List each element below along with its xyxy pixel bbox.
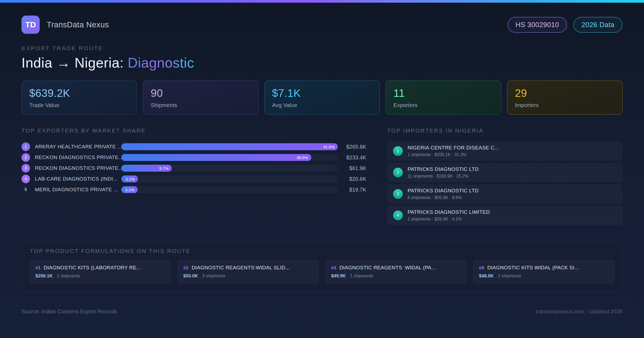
exporter-value: $19.7K <box>343 187 366 193</box>
importer-card[interactable]: 2 PATRICKS DIAGNOSTIC LTD 11 shipments ·… <box>387 163 623 182</box>
stat-label: Avg Value <box>272 102 372 108</box>
stat-card-trade-value: $639.2K Trade Value <box>21 80 137 115</box>
importer-card[interactable]: 4 PATRICKS DIAGNOSTIC LIMITED 1 shipment… <box>387 206 623 225</box>
rank-badge: 2 <box>393 168 403 177</box>
product-name: DIAGNOSTIC KITS (LABORATORY RE... <box>44 265 141 271</box>
product-value: $49.9K <box>331 273 346 279</box>
product-value: $200.1K <box>35 273 53 279</box>
exporter-row[interactable]: 5 MERIL DIAGNOSTICS PRIVATE ... 3.1% $19… <box>21 184 366 195</box>
title-product-accent: Diagnostic <box>128 55 194 71</box>
exporters-section: TOP EXPORTERS BY MARKET SHARE 1 ARKRAY H… <box>21 127 366 195</box>
title-route: India → Nigeria: <box>21 55 128 71</box>
dashboard-page: TD TransData Nexus HS 30029010 2026 Data… <box>0 16 644 315</box>
stat-value: 90 <box>151 87 250 99</box>
importer-info: NIGERIA CENTRE FOR DISEASE C... 1 shipme… <box>408 145 499 157</box>
importer-name: PATRICKS DIAGNOSTIC LIMITED <box>408 209 490 215</box>
market-share-bar-fill: 36.5% <box>121 154 311 161</box>
importer-meta: 6 shipments · $55.0K · 8.6% <box>408 195 479 200</box>
product-rank: #4 <box>479 265 484 271</box>
hs-code-badge[interactable]: HS 30029010 <box>507 17 567 33</box>
product-title-line: #1 DIAGNOSTIC KITS (LABORATORY RE... <box>35 265 165 271</box>
product-shipments: 1 shipments <box>57 274 80 278</box>
stat-value: $639.2K <box>29 87 129 99</box>
exporter-name: RECKON DIAGNOSTICS PRIVATE... <box>35 165 121 171</box>
rank-badge: 1 <box>393 146 403 156</box>
importer-info: PATRICKS DIAGNOSTIC LTD 6 shipments · $5… <box>408 188 479 200</box>
product-meta-line: $49.9K 1 shipments <box>331 273 461 279</box>
product-card[interactable]: #1 DIAGNOSTIC KITS (LABORATORY RE... $20… <box>30 260 171 283</box>
stat-card-importers: 29 Importers <box>507 80 623 115</box>
importer-info: PATRICKS DIAGNOSTIC LIMITED 1 shipments … <box>408 209 490 222</box>
exporter-name: MERIL DIAGNOSTICS PRIVATE ... <box>35 187 121 193</box>
importer-info: PATRICKS DIAGNOSTIC LTD 11 shipments · $… <box>408 166 479 179</box>
exporter-row[interactable]: 1 ARKRAY HEALTHCARE PRIVATE ... 41.6% $2… <box>21 141 366 152</box>
market-share-bar-fill: 3.2% <box>121 175 138 182</box>
product-shipments: 2 shipments <box>498 274 521 278</box>
brand-logo: TD <box>21 16 40 34</box>
exporter-row[interactable]: 4 LAB-CARE DIAGNOSTICS (INDI... 3.2% $20… <box>21 174 366 184</box>
page-title: India → Nigeria: Diagnostic <box>21 55 623 71</box>
header: TD TransData Nexus HS 30029010 2026 Data <box>21 16 623 34</box>
market-share-bar-track: 9.7% <box>121 165 338 172</box>
market-share-bar-track: 41.6% <box>121 143 338 150</box>
exporters-heading: TOP EXPORTERS BY MARKET SHARE <box>21 127 366 134</box>
stat-value: 29 <box>515 87 615 99</box>
exporter-row[interactable]: 3 RECKON DIAGNOSTICS PRIVATE... 9.7% $61… <box>21 163 366 174</box>
main-columns: TOP EXPORTERS BY MARKET SHARE 1 ARKRAY H… <box>21 127 623 227</box>
stat-label: Exporters <box>393 102 493 108</box>
stat-value: 11 <box>393 87 493 99</box>
importers-section: TOP IMPORTERS IN NIGERIA 1 NIGERIA CENTR… <box>387 127 623 227</box>
product-title-line: #3 DIAGNOSTIC REAGENTS :WIDAL (PA... <box>331 265 461 271</box>
importer-meta: 1 shipments · $26.0K · 4.1% <box>408 217 490 222</box>
rank-badge: 2 <box>21 153 30 162</box>
product-card[interactable]: #4 DIAGNOSTIC KITS WIDAL (PACK SI... $48… <box>473 260 614 283</box>
product-rank: #2 <box>183 265 188 271</box>
market-share-bar-track: 36.5% <box>121 154 338 161</box>
brand-name: TransData Nexus <box>47 20 109 29</box>
product-title-line: #2 DIAGNOSTIC REAGENTS:WIDAL SLID... <box>183 265 313 271</box>
product-value: $48.0K <box>479 273 494 279</box>
importer-name: PATRICKS DIAGNOSTIC LTD <box>408 188 479 194</box>
product-value: $50.0K <box>183 273 198 279</box>
products-heading: TOP PRODUCT FORMULATIONS ON THIS ROUTE <box>30 248 614 254</box>
rank-badge: 4 <box>21 175 30 183</box>
exporter-value: $61.9K <box>343 165 366 171</box>
footer-source: Source: Indian Customs Export Records <box>21 308 117 315</box>
page-eyebrow: EXPORT TRADE ROUTE <box>21 45 623 52</box>
product-meta-line: $50.0K 3 shipments <box>183 273 313 279</box>
footer-site: transdatanexus.com · Updated 2026 <box>536 308 623 315</box>
product-name: DIAGNOSTIC REAGENTS :WIDAL (PA... <box>339 265 436 271</box>
stat-cards-row: $639.2K Trade Value 90 Shipments $7.1K A… <box>21 80 623 115</box>
product-meta-line: $48.0K 2 shipments <box>479 273 609 279</box>
header-badges: HS 30029010 2026 Data <box>507 17 623 33</box>
rank-badge: 3 <box>393 189 403 199</box>
product-shipments: 1 shipments <box>350 274 373 278</box>
rank-badge: 4 <box>393 211 403 220</box>
product-rank: #3 <box>331 265 336 271</box>
exporter-row[interactable]: 2 RECKON DIAGNOSTICS PRIVATE... 36.5% $2… <box>21 152 366 163</box>
importer-name: PATRICKS DIAGNOSTIC LTD <box>408 166 479 172</box>
importer-card[interactable]: 3 PATRICKS DIAGNOSTIC LTD 6 shipments · … <box>387 184 623 204</box>
importers-heading: TOP IMPORTERS IN NIGERIA <box>387 127 623 134</box>
exporter-name: LAB-CARE DIAGNOSTICS (INDI... <box>35 176 121 182</box>
rank-badge: 1 <box>21 142 30 151</box>
product-card[interactable]: #2 DIAGNOSTIC REAGENTS:WIDAL SLID... $50… <box>178 260 319 283</box>
stat-label: Trade Value <box>29 102 129 108</box>
importer-meta: 1 shipments · $200.1K · 31.3% <box>408 152 499 157</box>
importer-name: NIGERIA CENTRE FOR DISEASE C... <box>408 145 499 151</box>
stat-label: Shipments <box>151 102 250 108</box>
stat-card-exporters: 11 Exporters <box>386 80 501 115</box>
product-name: DIAGNOSTIC KITS WIDAL (PACK SI... <box>487 265 579 271</box>
brand-home-link[interactable]: TD TransData Nexus <box>21 16 109 34</box>
product-meta-line: $200.1K 1 shipments <box>35 273 165 279</box>
market-share-bar-fill: 3.1% <box>121 186 138 193</box>
products-panel: TOP PRODUCT FORMULATIONS ON THIS ROUTE #… <box>21 241 623 292</box>
stat-card-shipments: 90 Shipments <box>143 80 258 115</box>
importer-card[interactable]: 1 NIGERIA CENTRE FOR DISEASE C... 1 ship… <box>387 141 623 161</box>
data-year-badge[interactable]: 2026 Data <box>573 17 623 33</box>
product-rank: #1 <box>35 265 41 271</box>
stat-label: Importers <box>515 102 615 108</box>
exporter-name: RECKON DIAGNOSTICS PRIVATE... <box>35 155 121 160</box>
market-share-bar-fill: 9.7% <box>121 165 172 172</box>
product-card[interactable]: #3 DIAGNOSTIC REAGENTS :WIDAL (PA... $49… <box>325 260 466 283</box>
